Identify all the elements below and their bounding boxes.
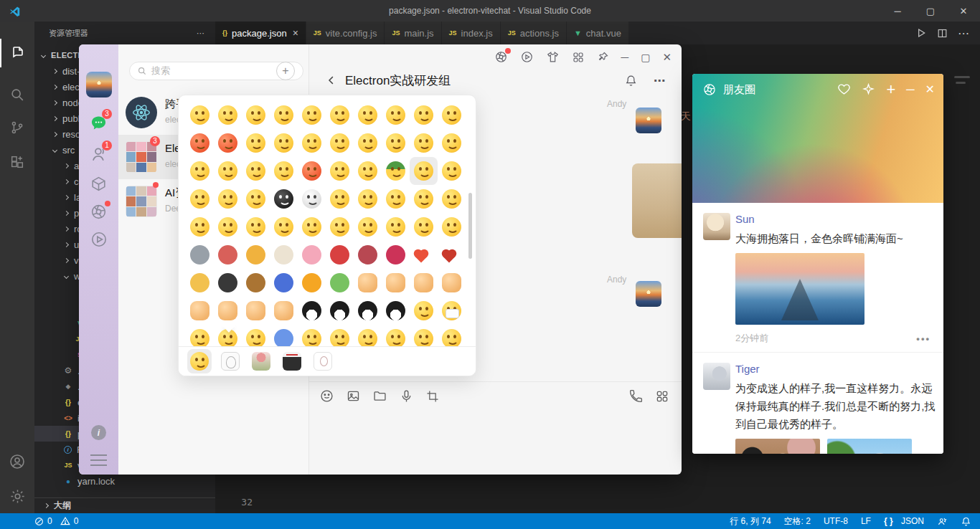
emoji-beckon[interactable] xyxy=(214,297,242,325)
emoji-tongue[interactable] xyxy=(242,129,270,157)
add-chat-button[interactable]: + xyxy=(276,62,295,80)
emoji-qq-penguin-3[interactable] xyxy=(354,297,382,325)
chats-icon[interactable]: 3 xyxy=(79,113,118,133)
emoji-daze[interactable] xyxy=(270,101,298,129)
editor-tab-main.js[interactable]: JSmain.js xyxy=(385,22,441,44)
emoji-upset[interactable] xyxy=(326,129,354,157)
emoji-watermelon[interactable] xyxy=(214,241,242,269)
emoji-hum-left[interactable] xyxy=(242,213,270,241)
emoji-mad-laugh[interactable] xyxy=(382,129,410,157)
emoji-beer[interactable] xyxy=(242,241,270,269)
emoji-easy-laugh[interactable] xyxy=(354,157,382,185)
emoji-hug[interactable] xyxy=(326,269,354,297)
editor-tab-package.json[interactable]: {}package.json × xyxy=(215,22,306,44)
emoji-row9-5[interactable] xyxy=(298,325,326,348)
emoji-sleep[interactable] xyxy=(410,101,438,129)
emoji-torment[interactable] xyxy=(270,185,298,213)
sender-avatar[interactable] xyxy=(636,281,661,307)
language-mode[interactable]: { } JSON xyxy=(884,516,924,526)
file-folder-icon[interactable] xyxy=(372,389,387,404)
emoji-panic[interactable] xyxy=(298,157,326,185)
settings-gear-icon[interactable] xyxy=(0,482,34,510)
minimize-icon[interactable]: ─ xyxy=(881,0,914,22)
chat-maximize-icon[interactable]: ▢ xyxy=(641,52,650,63)
post-more-icon[interactable]: ••• xyxy=(916,333,930,344)
emoji-heart[interactable] xyxy=(410,241,438,269)
explorer-icon[interactable] xyxy=(0,39,34,67)
emoji-lips[interactable] xyxy=(382,241,410,269)
emoji-eye-roll[interactable] xyxy=(214,157,242,185)
emoji-shock[interactable] xyxy=(298,129,326,157)
run-button[interactable] xyxy=(915,27,927,39)
account-icon[interactable] xyxy=(0,447,34,476)
emoji-clap[interactable] xyxy=(438,185,466,213)
outline-section[interactable]: 大纲 xyxy=(34,497,215,513)
cursor-position[interactable]: 行 6, 列 74 xyxy=(730,515,771,528)
emoji-row9-7[interactable] xyxy=(354,325,382,348)
encoding[interactable]: UTF-8 xyxy=(824,516,848,526)
emoji-cool[interactable] xyxy=(298,101,326,129)
theme-shirt-icon[interactable] xyxy=(546,50,560,64)
emoji-pout[interactable] xyxy=(214,101,242,129)
eol[interactable]: LF xyxy=(861,516,871,526)
emoji-drowsy[interactable] xyxy=(270,157,298,185)
emoji-cute[interactable] xyxy=(186,157,214,185)
emoji-row9-6[interactable] xyxy=(326,325,354,348)
post-image-anime[interactable] xyxy=(827,439,912,454)
emoji-salute[interactable] xyxy=(186,297,214,325)
discover-moments-icon[interactable] xyxy=(79,203,118,221)
post-author[interactable]: Sun xyxy=(735,213,930,225)
emoji-smug[interactable] xyxy=(242,157,270,185)
sparkle-star-icon[interactable] xyxy=(862,82,875,96)
emoji-handshake[interactable] xyxy=(410,269,438,297)
emoji-tab-sticker-girl[interactable] xyxy=(249,349,273,373)
chat-close-icon[interactable]: ✕ xyxy=(662,51,672,64)
emoji-scrollbar[interactable] xyxy=(468,193,472,259)
emoji-bomb[interactable] xyxy=(214,269,242,297)
contacts-icon[interactable]: 1 xyxy=(79,145,118,163)
source-control-icon[interactable] xyxy=(0,113,34,142)
emoji-grin[interactable] xyxy=(270,129,298,157)
post-author[interactable]: Tiger xyxy=(735,363,930,375)
emoji-tab-sticker-mini[interactable] xyxy=(311,349,335,373)
emoji-smile[interactable] xyxy=(186,101,214,129)
emoji-tab-sticker-rabbit[interactable] xyxy=(218,349,242,373)
emoji-row9-3[interactable] xyxy=(242,325,270,348)
emoji-coffee[interactable] xyxy=(270,241,298,269)
emoji-row9-9[interactable] xyxy=(410,325,438,348)
explorer-more-icon[interactable]: ⋯ xyxy=(197,29,205,38)
emoji-rose[interactable] xyxy=(326,241,354,269)
emoji-row9-8[interactable] xyxy=(382,325,410,348)
emoji-wipe-sweat[interactable] xyxy=(382,185,410,213)
voice-mic-icon[interactable] xyxy=(399,389,414,404)
emoji-soldier[interactable] xyxy=(382,157,410,185)
emoji-yawn[interactable] xyxy=(298,213,326,241)
emoji-kiss[interactable] xyxy=(438,213,466,241)
emoji-bye[interactable] xyxy=(354,185,382,213)
menu-hamburger-icon[interactable] xyxy=(90,454,107,466)
emoji-teary[interactable] xyxy=(382,213,410,241)
about-info-icon[interactable]: i xyxy=(91,425,106,440)
emoji-vomit[interactable] xyxy=(410,129,438,157)
emoji-moon[interactable] xyxy=(270,269,298,297)
emoji-tears[interactable] xyxy=(326,101,354,129)
emoji-qq-penguin-2[interactable] xyxy=(326,297,354,325)
close-icon[interactable]: ✕ xyxy=(947,0,980,22)
emoji-qq-penguin-4[interactable] xyxy=(382,297,410,325)
maximize-icon[interactable]: ▢ xyxy=(914,0,947,22)
moments-minimize-icon[interactable]: ─ xyxy=(906,83,914,96)
emoji-sweat[interactable] xyxy=(326,157,354,185)
emoji-row9-4[interactable] xyxy=(270,325,298,348)
emoji-qq-penguin-1[interactable] xyxy=(298,297,326,325)
emoji-pig[interactable] xyxy=(298,241,326,269)
editor-tab-index.js[interactable]: JSindex.js xyxy=(442,22,501,44)
emoji-question[interactable] xyxy=(186,185,214,213)
emoji-struggle[interactable] xyxy=(410,157,438,185)
tree-item-yarn.lock[interactable]: ●yarn.lock xyxy=(34,473,215,489)
notifications-bell-icon[interactable] xyxy=(961,516,971,527)
post-image-girl[interactable] xyxy=(735,439,820,454)
emoji-wilted-flower[interactable] xyxy=(354,241,382,269)
emoji-rage[interactable] xyxy=(214,129,242,157)
new-post-plus-icon[interactable]: + xyxy=(886,83,895,96)
emoji-cleaver[interactable] xyxy=(186,241,214,269)
